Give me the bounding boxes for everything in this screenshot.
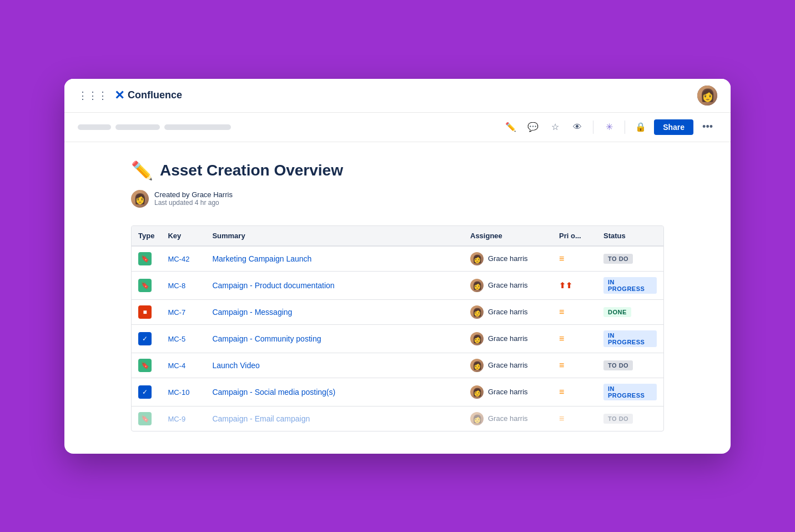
- type-icon: 🔖: [138, 412, 152, 425]
- breadcrumb-item-2: [115, 124, 160, 130]
- breadcrumb-item-3: [164, 124, 231, 130]
- assignee-avatar: 👩: [470, 252, 484, 265]
- cell-key: MC-4: [161, 353, 205, 378]
- issue-summary-link[interactable]: Campaign - Community posting: [212, 334, 321, 343]
- author-date: Last updated 4 hr ago: [154, 199, 233, 207]
- cell-key: MC-42: [161, 246, 205, 272]
- watch-icon[interactable]: 👁: [568, 118, 586, 136]
- comment-icon[interactable]: 💬: [524, 118, 542, 136]
- cell-type: 🔖: [132, 271, 161, 299]
- star-icon[interactable]: ☆: [546, 118, 564, 136]
- issue-key-link[interactable]: MC-9: [168, 415, 185, 423]
- grid-icon[interactable]: ⋮⋮⋮: [78, 89, 108, 102]
- table-row: ■ MC-7 Campaign - Messaging 👩 Grace harr…: [132, 299, 663, 324]
- cell-priority: ⬆⬆: [552, 271, 597, 299]
- page-content: ✏️ Asset Creation Overview 👩 Created by …: [64, 142, 731, 454]
- page-title: Asset Creation Overview: [160, 162, 343, 179]
- share-button[interactable]: Share: [654, 119, 693, 135]
- cell-status: IN PROGRESS: [597, 324, 663, 353]
- cell-summary: Marketing Campaign Launch: [205, 246, 464, 272]
- issue-summary-link[interactable]: Marketing Campaign Launch: [212, 254, 311, 263]
- cell-status: TO DO: [597, 406, 663, 431]
- toolbar: ✏️ 💬 ☆ 👁 ✳ 🔒 Share •••: [64, 113, 731, 142]
- browser-window: ⋮⋮⋮ ✕ Confluence ✏️ 💬 ☆ 👁 ✳ 🔒 Share •••: [64, 79, 731, 454]
- cell-type: 🔖: [132, 406, 161, 431]
- issue-summary-link[interactable]: Campaign - Messaging: [212, 308, 292, 317]
- cell-key: MC-8: [161, 271, 205, 299]
- issue-table: Type Key Summary Assignee Pri o...: [131, 225, 664, 431]
- confluence-x-icon: ✕: [114, 88, 124, 103]
- cell-assignee: 👩 Grace harris: [464, 324, 552, 353]
- cell-assignee: 👩 Grace harris: [464, 246, 552, 272]
- cell-summary: Campaign - Messaging: [205, 299, 464, 324]
- cell-assignee: 👩 Grace harris: [464, 406, 552, 431]
- assignee-name: Grace harris: [488, 361, 528, 369]
- type-icon: ✓: [138, 385, 152, 399]
- cell-priority: ≡: [552, 353, 597, 378]
- user-avatar[interactable]: [697, 86, 717, 106]
- type-icon: 🔖: [138, 279, 152, 292]
- assignee-name: Grace harris: [488, 254, 528, 263]
- page-emoji: ✏️: [131, 160, 153, 181]
- col-header-key: Key: [161, 226, 205, 246]
- cell-assignee: 👩 Grace harris: [464, 271, 552, 299]
- issue-key-link[interactable]: MC-10: [168, 388, 189, 397]
- edit-icon[interactable]: ✏️: [502, 118, 520, 136]
- type-icon: 🔖: [138, 252, 152, 265]
- avatar-image: [697, 86, 717, 106]
- assignee-name: Grace harris: [488, 281, 528, 289]
- issue-key-link[interactable]: MC-42: [168, 255, 189, 263]
- cell-key: MC-9: [161, 406, 205, 431]
- status-badge: IN PROGRESS: [603, 277, 657, 294]
- table-row: 🔖 MC-9 Campaign - Email campaign 👩 Grace…: [132, 406, 663, 431]
- table-header-row: Type Key Summary Assignee Pri o...: [132, 226, 663, 246]
- breadcrumb-item-1: [78, 124, 111, 130]
- cell-summary: Campaign - Product documentation: [205, 271, 464, 299]
- table-row: ✓ MC-10 Campaign - Social media posting(…: [132, 378, 663, 406]
- cell-type: 🔖: [132, 246, 161, 272]
- issue-key-link[interactable]: MC-5: [168, 335, 185, 343]
- issue-summary-link[interactable]: Launch Video: [212, 361, 259, 370]
- cell-status: IN PROGRESS: [597, 378, 663, 406]
- cell-status: IN PROGRESS: [597, 271, 663, 299]
- assignee-avatar: 👩: [470, 332, 484, 345]
- lock-icon[interactable]: 🔒: [632, 118, 650, 136]
- author-avatar: 👩: [131, 190, 149, 208]
- assignee-avatar: 👩: [470, 412, 484, 425]
- cell-status: TO DO: [597, 246, 663, 272]
- issue-key-link[interactable]: MC-7: [168, 308, 185, 317]
- confluence-logo[interactable]: ✕ Confluence: [114, 88, 182, 103]
- author-name: Created by Grace Harris: [154, 190, 233, 199]
- type-icon: 🔖: [138, 359, 152, 372]
- cell-type: 🔖: [132, 353, 161, 378]
- issue-summary-link[interactable]: Campaign - Email campaign: [212, 414, 310, 423]
- cell-priority: ≡: [552, 406, 597, 431]
- status-badge: TO DO: [603, 360, 633, 370]
- assignee-avatar: 👩: [470, 359, 484, 372]
- assignee-avatar: 👩: [470, 305, 484, 319]
- more-options-icon[interactable]: •••: [698, 119, 717, 135]
- issue-summary-link[interactable]: Campaign - Social media posting(s): [212, 388, 335, 397]
- assignee-name: Grace harris: [488, 334, 528, 343]
- cell-summary: Campaign - Email campaign: [205, 406, 464, 431]
- breadcrumb-area: [78, 124, 231, 130]
- issue-key-link[interactable]: MC-8: [168, 282, 185, 290]
- assignee-avatar: 👩: [470, 385, 484, 399]
- toolbar-divider-1: [593, 121, 593, 134]
- cell-key: MC-10: [161, 378, 205, 406]
- cell-status: DONE: [597, 299, 663, 324]
- table-row: ✓ MC-5 Campaign - Community posting 👩 Gr…: [132, 324, 663, 353]
- status-badge: IN PROGRESS: [603, 330, 657, 347]
- cell-assignee: 👩 Grace harris: [464, 353, 552, 378]
- cell-summary: Campaign - Community posting: [205, 324, 464, 353]
- status-badge: IN PROGRESS: [603, 384, 657, 400]
- cell-assignee: 👩 Grace harris: [464, 378, 552, 406]
- cell-priority: ≡: [552, 299, 597, 324]
- type-icon: ■: [138, 305, 152, 319]
- assignee-name: Grace harris: [488, 388, 528, 396]
- cell-type: ✓: [132, 324, 161, 353]
- issue-summary-link[interactable]: Campaign - Product documentation: [212, 281, 334, 290]
- cell-key: MC-7: [161, 299, 205, 324]
- col-header-status: Status: [597, 226, 663, 246]
- issue-key-link[interactable]: MC-4: [168, 362, 185, 370]
